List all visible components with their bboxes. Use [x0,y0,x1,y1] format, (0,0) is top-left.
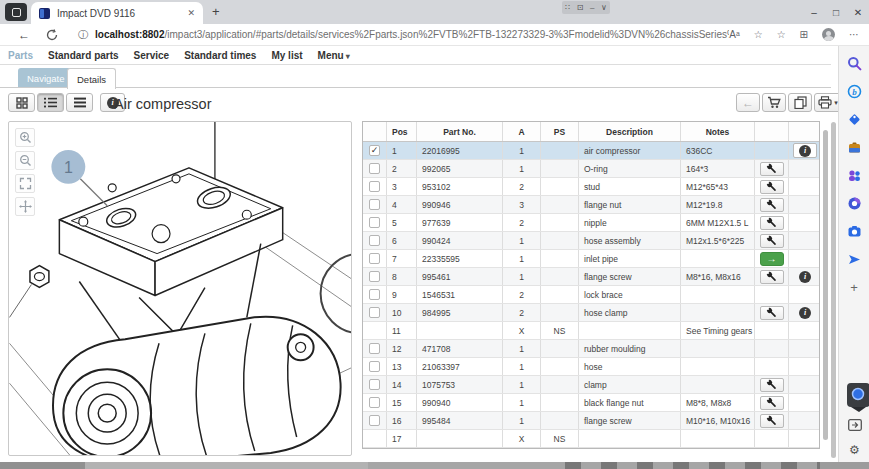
header-pos[interactable]: Pos [387,122,417,141]
page-scrollbar[interactable] [831,122,836,458]
wrench-button[interactable] [760,216,784,230]
table-row[interactable]: 13 21063397 1 hose [363,358,819,376]
table-row[interactable]: 8 995461 1 flange screw M8*16, M8x16 i [363,268,819,286]
refresh-button[interactable] [46,29,58,41]
table-row[interactable]: 12 471708 1 rubber moulding [363,340,819,358]
menu-item-parts[interactable]: Parts [8,50,33,61]
sidebar-shopping-icon[interactable] [846,111,863,128]
rows-view-button[interactable] [66,93,93,112]
row-checkbox[interactable] [369,397,380,408]
vm-grid-icon[interactable]: ∷ [565,3,570,12]
wrench-button[interactable] [760,162,784,176]
wrench-button[interactable] [760,198,784,212]
row-info-button[interactable]: i [793,143,817,158]
row-checkbox[interactable] [369,271,380,282]
site-info-icon[interactable]: ⓘ [78,28,88,42]
tab-navigate[interactable]: Navigate [18,68,74,88]
recorder-overlay[interactable] [847,383,869,417]
menu-item-standard-parts[interactable]: Standard parts [48,50,119,61]
row-info-button[interactable]: i [799,307,811,319]
more-menu-icon[interactable]: ⋯ [849,29,859,40]
cart-button[interactable] [762,93,786,112]
row-info-button[interactable]: i [799,271,811,283]
wrench-button[interactable] [760,414,784,428]
header-action[interactable] [755,122,789,141]
table-row[interactable]: 11 X NS See Timing gears [363,322,819,340]
zoom-in-button[interactable] [15,128,35,147]
collections-icon[interactable]: ⊞ [800,29,808,40]
table-row[interactable]: 2 992065 1 O-ring 164*3 [363,160,819,178]
table-row[interactable]: 6 990424 1 hose assembly M12x1.5*6*225 [363,232,819,250]
header-info[interactable] [789,122,821,141]
header-ps[interactable]: PS [541,122,579,141]
read-aloud-icon[interactable]: Aᵃ [729,29,739,40]
table-row[interactable]: ✓ 1 22016995 1 air compressor 636CC i [363,142,819,160]
window-maximize-button[interactable]: □ [825,0,847,24]
table-row[interactable]: 10 984995 2 hose clamp i [363,304,819,322]
table-row[interactable]: 14 1075753 1 clamp [363,376,819,394]
tab-close-icon[interactable]: ✕ [185,8,197,18]
menu-item-service[interactable]: Service [134,50,170,61]
table-scrollbar[interactable] [823,130,828,440]
wrench-button[interactable] [760,396,784,410]
vm-minimize-icon[interactable]: – [590,3,594,12]
table-row[interactable]: 3 953102 2 stud M12*65*43 [363,178,819,196]
sidebar-tools-icon[interactable] [846,139,863,156]
list-view-button[interactable] [37,93,64,112]
sidebar-drop-icon[interactable] [846,251,863,268]
workspaces-icon[interactable] [5,3,27,21]
wrench-button[interactable] [760,378,784,392]
table-row[interactable]: 9 1546531 2 lock brace [363,286,819,304]
grid-view-button[interactable] [8,93,35,112]
sidebar-copilot-icon[interactable]: b [846,83,863,100]
vm-fit-icon[interactable]: ⊡ [577,3,584,12]
header-description[interactable]: Description [579,122,681,141]
menu-item-menu[interactable]: Menu▾ [318,50,350,61]
row-checkbox[interactable]: ✓ [369,145,380,156]
row-checkbox[interactable] [369,217,380,228]
favorites-bar-icon[interactable]: ☆ [777,29,786,40]
row-checkbox[interactable] [369,307,380,318]
new-tab-button[interactable]: + [212,4,220,19]
table-row[interactable]: 7 22335595 1 inlet pipe → [363,250,819,268]
header-checkbox[interactable] [363,122,387,141]
vm-toolbar[interactable]: ∷ ⊡ – ∨ [562,1,610,14]
row-checkbox[interactable] [369,199,380,210]
table-row[interactable]: 16 995484 1 flange screw M10*16, M10x16 [363,412,819,430]
zoom-fit-button[interactable] [15,174,35,193]
row-checkbox[interactable] [369,235,380,246]
header-a[interactable]: A [503,122,541,141]
browser-tab[interactable]: Impact DVD 9116 ✕ [31,2,203,24]
url-field[interactable]: localhost:8802/impact3/application/#part… [95,29,729,40]
wrench-button[interactable] [760,180,784,194]
favorite-star-icon[interactable]: ☆ [754,29,763,40]
row-checkbox[interactable] [369,253,380,264]
table-row[interactable]: 17 X NS [363,430,819,448]
back-button[interactable]: ← [18,28,30,42]
sidebar-screenshot-icon[interactable] [846,223,863,240]
back-nav-button[interactable]: ← [736,93,760,112]
table-row[interactable]: 15 990940 1 black flange nut M8*8, M8x8 [363,394,819,412]
diagram-panel[interactable]: 1 [8,121,352,456]
sidebar-people-icon[interactable] [846,167,863,184]
menu-item-my-list[interactable]: My list [271,50,302,61]
go-arrow-button[interactable]: → [760,252,784,266]
menu-item-standard-times[interactable]: Standard times [184,50,256,61]
sidebar-settings-icon[interactable]: ⚙ [846,441,863,458]
sidebar-search-icon[interactable] [846,55,863,72]
tab-details[interactable]: Details [67,68,116,89]
profile-avatar[interactable] [822,28,835,41]
wrench-button[interactable] [760,270,784,284]
table-row[interactable]: 5 977639 2 nipple 6MM M12X1.5 L [363,214,819,232]
zoom-out-button[interactable] [15,151,35,170]
row-checkbox[interactable] [369,343,380,354]
pan-button[interactable] [15,197,35,216]
header-part-no[interactable]: Part No. [417,122,503,141]
vm-chevron-icon[interactable]: ∨ [601,3,607,12]
window-minimize-button[interactable]: – [803,0,825,24]
row-checkbox[interactable] [369,181,380,192]
sidebar-designer-icon[interactable] [846,195,863,212]
header-notes[interactable]: Notes [681,122,755,141]
table-row[interactable]: 4 990946 3 flange nut M12*19.8 [363,196,819,214]
copy-button[interactable] [788,93,812,112]
